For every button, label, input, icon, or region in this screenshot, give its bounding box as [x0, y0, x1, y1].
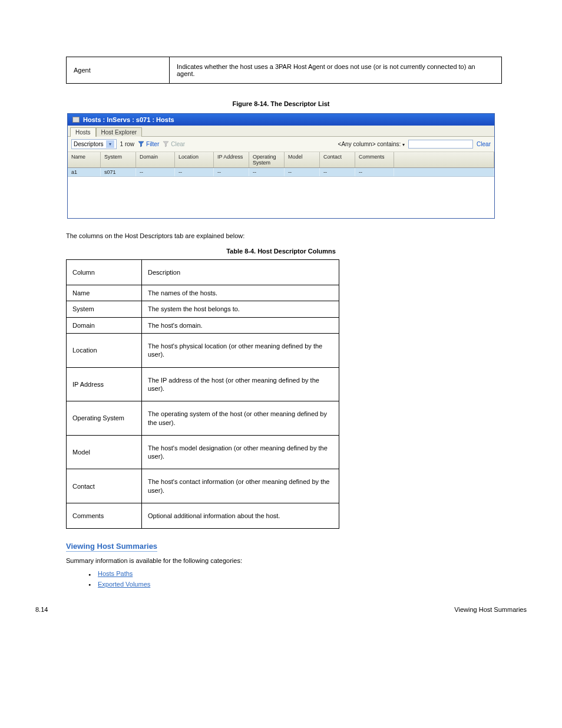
col-contact[interactable]: Contact	[320, 152, 355, 167]
chevron-down-icon: ▾	[402, 142, 405, 147]
top-col-label: Agent	[67, 57, 170, 84]
col-system[interactable]: System	[101, 152, 136, 167]
tab-row: Hosts Host Explorer	[68, 126, 494, 137]
toolbar: Descriptors ▾ 1 row Filter Clear <Any co…	[68, 137, 494, 152]
tab-hosts[interactable]: Hosts	[70, 127, 96, 137]
list-item: Hosts Paths	[88, 569, 491, 579]
search-input[interactable]	[408, 140, 473, 149]
data-grid: Name System Domain Location IP Address O…	[68, 152, 494, 218]
chevron-down-icon: ▾	[106, 140, 114, 148]
desc-table-caption: Table 8-4. Host Descriptor Columns	[35, 248, 527, 255]
search-scope[interactable]: <Any column> contains: ▾	[338, 141, 405, 147]
table-row[interactable]: a1 s071 -- -- -- -- -- -- --	[68, 168, 494, 177]
link-hosts-paths[interactable]: Hosts Paths	[98, 570, 133, 577]
column-headers[interactable]: Name System Domain Location IP Address O…	[68, 152, 494, 168]
col-model[interactable]: Model	[285, 152, 320, 167]
page-number: 8.14	[35, 606, 48, 613]
view-selector[interactable]: Descriptors ▾	[71, 139, 117, 149]
clear-filter-action[interactable]: Clear	[163, 141, 185, 147]
link-exported-volumes[interactable]: Exported Volumes	[98, 581, 150, 588]
descriptor-table: Column Description NameThe names of the …	[66, 259, 339, 529]
screenshot-window: Hosts : InServs : s071 : Hosts Hosts Hos…	[67, 113, 495, 219]
col-comments[interactable]: Comments	[355, 152, 394, 167]
top-col-desc: Indicates whether the host uses a 3PAR H…	[170, 57, 502, 84]
page-footer: 8.14 Viewing Host Summaries	[35, 606, 527, 613]
clear-filter-icon	[163, 141, 169, 147]
col-os[interactable]: Operating System	[249, 152, 285, 167]
body-paragraph: The columns on the Host Descriptors tab …	[66, 232, 491, 241]
filter-icon	[138, 141, 144, 147]
desc-th-column: Column	[67, 259, 142, 285]
window-title: Hosts : InServs : s071 : Hosts	[83, 116, 174, 123]
col-location[interactable]: Location	[175, 152, 214, 167]
clear-search-action[interactable]: Clear	[477, 141, 491, 147]
list-item: Exported Volumes	[88, 579, 491, 590]
filter-action[interactable]: Filter	[138, 141, 159, 147]
grid-blank-area	[68, 177, 494, 218]
section-heading: Viewing Host Summaries	[66, 542, 157, 552]
col-name[interactable]: Name	[68, 152, 101, 167]
desc-th-description: Description	[142, 259, 339, 285]
section-paragraph: Summary information is available for the…	[66, 556, 491, 565]
window-icon	[72, 117, 80, 123]
row-count: 1 row	[120, 141, 134, 147]
figure-column-desc-table: Agent Indicates whether the host uses a …	[66, 57, 502, 84]
tab-host-explorer[interactable]: Host Explorer	[96, 127, 143, 137]
bullet-list: Hosts Paths Exported Volumes	[88, 569, 491, 589]
figure-caption: Figure 8-14. The Descriptor List	[35, 100, 527, 107]
col-domain[interactable]: Domain	[136, 152, 175, 167]
footer-section-title: Viewing Host Summaries	[454, 606, 527, 613]
title-bar[interactable]: Hosts : InServs : s071 : Hosts	[68, 114, 494, 126]
view-selector-value: Descriptors	[74, 141, 104, 147]
col-ip[interactable]: IP Address	[214, 152, 249, 167]
